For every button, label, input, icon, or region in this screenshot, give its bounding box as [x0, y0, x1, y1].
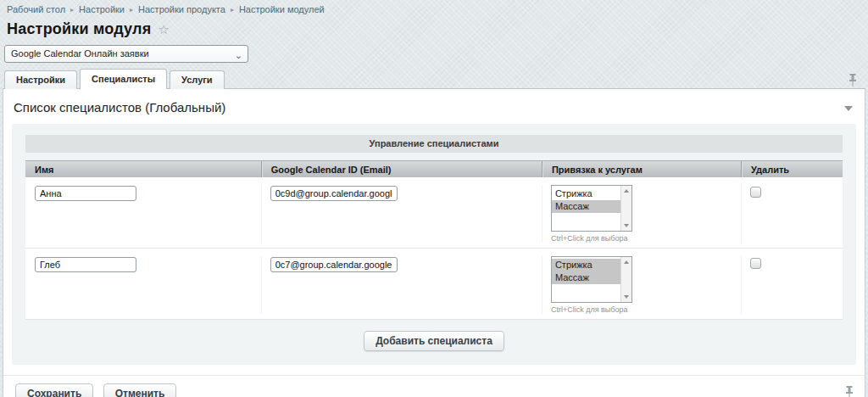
services-multiselect[interactable]: Стрижка Массаж [551, 256, 632, 303]
multiselect-hint: Ctrl+Click для выбора [551, 234, 741, 243]
breadcrumb-separator-icon: ▸ [231, 6, 234, 14]
table-row: Стрижка Массаж Ctrl+Click для выбора [25, 249, 843, 320]
table-row: Стрижка Массаж Ctrl+Click для выбора [25, 177, 843, 249]
multiselect-scrollbar[interactable] [620, 257, 632, 302]
delete-checkbox[interactable] [750, 187, 761, 198]
service-option[interactable]: Массаж [552, 200, 620, 213]
pin-icon[interactable] [849, 74, 857, 87]
section-title: Список специалистов (Глобальный) [14, 100, 225, 115]
name-input[interactable] [35, 257, 136, 272]
tab-settings[interactable]: Настройки [4, 70, 77, 89]
add-specialist-button[interactable]: Добавить специалиста [364, 331, 504, 351]
column-header-name: Имя [25, 161, 261, 177]
module-select-value: Google Calendar Онлайн заявки [11, 48, 149, 59]
calendar-id-input[interactable] [270, 186, 398, 201]
section-header: Список специалистов (Глобальный) [3, 89, 865, 124]
title-row: Настройки модуля ☆ [0, 14, 868, 38]
services-multiselect[interactable]: Стрижка Массаж [551, 185, 632, 232]
save-button[interactable]: Сохранить [15, 383, 93, 397]
calendar-id-input[interactable] [270, 257, 398, 272]
tab-services[interactable]: Услуги [170, 70, 225, 89]
breadcrumb-link-desktop[interactable]: Рабочий стол [7, 4, 65, 14]
name-input[interactable] [35, 186, 136, 201]
scroll-up-icon[interactable] [624, 260, 629, 264]
service-option[interactable]: Стрижка [552, 187, 620, 200]
column-header-calendar-id: Google Calendar ID (Email) [261, 161, 542, 177]
table-header-row: Имя Google Calendar ID (Email) Привязка … [25, 160, 843, 177]
specialists-fieldset: Управление специалистами Имя Google Cale… [12, 124, 856, 365]
breadcrumb: Рабочий стол▸Настройки▸Настройки продукт… [0, 0, 868, 14]
breadcrumb-link-settings[interactable]: Настройки [79, 4, 125, 14]
table-caption: Управление специалистами [25, 135, 843, 153]
chevron-down-icon: ⌄ [235, 48, 242, 63]
cancel-button[interactable]: Отменить [103, 383, 177, 397]
breadcrumb-separator-icon: ▸ [130, 6, 133, 14]
pin-icon[interactable] [845, 386, 854, 397]
breadcrumb-separator-icon: ▸ [70, 6, 74, 14]
multiselect-hint: Ctrl+Click для выбора [551, 305, 741, 314]
add-row: Добавить специалиста [25, 331, 843, 351]
column-header-delete: Удалить [741, 161, 843, 177]
page-title: Настройки модуля [7, 20, 151, 38]
module-select[interactable]: Google Calendar Онлайн заявки ⌄ [4, 45, 248, 63]
scroll-down-icon[interactable] [624, 224, 629, 227]
column-header-services: Привязка к услугам [542, 161, 741, 177]
favorite-star-icon[interactable]: ☆ [158, 22, 169, 37]
multiselect-scrollbar[interactable] [620, 186, 632, 231]
scroll-down-icon[interactable] [624, 295, 629, 299]
scroll-up-icon[interactable] [624, 189, 629, 193]
delete-checkbox[interactable] [750, 258, 761, 269]
collapse-arrow-icon[interactable] [844, 106, 853, 111]
tab-bar: Настройки Специалисты Услуги [0, 63, 868, 89]
footer-bar: Сохранить Отменить [3, 375, 865, 397]
tab-specialists[interactable]: Специалисты [80, 69, 167, 89]
breadcrumb-link-product-settings[interactable]: Настройки продукта [138, 4, 225, 14]
breadcrumb-link-module-settings[interactable]: Настройки модулей [239, 4, 325, 14]
service-option[interactable]: Стрижка [552, 259, 620, 271]
content-panel: Список специалистов (Глобальный) Управле… [3, 88, 865, 397]
service-option[interactable]: Массаж [552, 271, 620, 284]
